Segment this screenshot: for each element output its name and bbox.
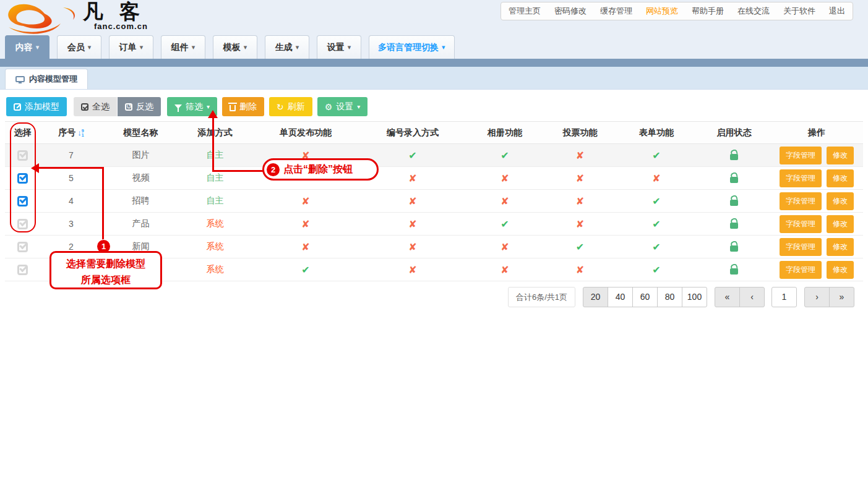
top-menu-cache-management[interactable]: 缓存管理 [600,6,632,17]
caret-down-icon: ▾ [88,43,92,51]
col-enable-status: 启用状态 [698,122,770,144]
unlock-icon[interactable] [730,154,738,160]
field-management-button[interactable]: 字段管理 [780,238,822,256]
invert-selection-button[interactable]: 反选 [118,97,161,116]
prev-page-button[interactable]: ‹ [739,287,765,307]
unlock-icon[interactable] [730,200,738,206]
page-size-80[interactable]: 80 [657,287,682,307]
nav-tab-language-switch[interactable]: 多语言管理切换▾ [369,35,455,59]
row-checkbox[interactable] [17,196,28,207]
cell-model-name: 产品 [102,213,179,236]
select-all-button[interactable]: 全选 [74,97,117,116]
modify-button[interactable]: 修改 [827,215,854,233]
number-entry-mark: ✘ [408,265,416,275]
add-model-button[interactable]: 添加模型 [6,97,67,116]
nav-tab-components[interactable]: 组件▾ [161,35,205,59]
form-mark: ✔ [652,265,660,275]
page-size-40[interactable]: 40 [608,287,633,307]
unlock-icon[interactable] [730,268,738,275]
nav-tab-content[interactable]: 内容▾ [5,35,49,59]
cell-seq: 5 [40,167,102,190]
top-menu-help-manual[interactable]: 帮助手册 [692,6,724,17]
nav-tab-label: 多语言管理切换 [378,42,439,53]
single-page-mark: ✘ [301,219,309,229]
cell-model-name: 招聘 [102,190,179,213]
nav-tab-generate[interactable]: 生成▾ [265,35,309,59]
nav-tab-label: 会员 [67,42,85,53]
page-size-100[interactable]: 100 [682,287,707,307]
monitor-icon [15,76,25,82]
nav-tab-templates[interactable]: 模板▾ [213,35,257,59]
button-label: 添加模型 [25,101,59,113]
page-size-60[interactable]: 60 [632,287,658,307]
filter-button[interactable]: 筛选 ▾ [167,97,217,116]
cell-add-method: 自主 [207,195,224,205]
settings-button[interactable]: ⚙ 设置 ▾ [317,97,368,116]
last-page-button[interactable]: » [829,287,854,307]
caret-down-icon: ▾ [207,103,210,110]
nav-active-strip [0,59,868,67]
row-checkbox[interactable] [17,265,28,275]
col-seq[interactable]: 序号↓91 [40,122,102,144]
gear-icon: ⚙ [325,103,333,111]
field-management-button[interactable]: 字段管理 [780,215,822,233]
cell-model-name: 图片 [102,144,179,167]
top-menu-about[interactable]: 关于软件 [783,6,815,17]
nav-tab-orders[interactable]: 订单▾ [109,35,153,59]
cell-add-method: 系统 [207,264,224,274]
top-menu-change-password[interactable]: 密码修改 [554,6,587,17]
nav-tab-label: 组件 [171,42,189,53]
row-checkbox[interactable] [17,150,28,161]
album-mark: ✘ [501,173,509,184]
unlock-icon[interactable] [730,177,738,183]
button-label: 全选 [92,101,110,113]
top-menu-logout[interactable]: 退出 [829,6,845,17]
nav-tab-members[interactable]: 会员▾ [57,35,101,59]
sort-numeric-desc-icon[interactable]: ↓91 [77,128,84,137]
modify-button[interactable]: 修改 [827,238,854,256]
unlock-icon[interactable] [730,245,738,252]
top-menu-site-preview[interactable]: 网站预览 [646,6,678,17]
row-checkbox[interactable] [17,219,28,229]
album-mark: ✘ [501,196,509,207]
modify-button[interactable]: 修改 [827,169,854,187]
number-entry-mark: ✔ [408,150,416,161]
page-size-20[interactable]: 20 [583,287,608,307]
delete-button[interactable]: 删除 [222,97,264,116]
col-select: 选择 [5,122,40,144]
pager-prev-group: « ‹ [715,287,765,307]
cell-seq: 7 [40,144,102,167]
form-mark: ✔ [652,219,660,229]
cell-add-method: 系统 [207,218,224,228]
row-checkbox[interactable] [17,173,28,184]
modify-button[interactable]: 修改 [827,261,854,279]
pagination-summary: 合计6条/共1页 [508,287,575,307]
modify-button[interactable]: 修改 [827,147,854,164]
field-management-button[interactable]: 字段管理 [780,147,822,164]
number-entry-mark: ✘ [408,196,416,207]
caret-down-icon: ▾ [140,43,144,51]
pagination: 合计6条/共1页 20 40 60 80 100 « ‹ 1 › » [0,281,868,307]
refresh-button[interactable]: ↻ 刷新 [269,97,312,116]
row-checkbox[interactable] [17,242,28,252]
page-number-button[interactable]: 1 [771,287,797,307]
album-mark: ✔ [501,150,509,161]
col-number-entry: 编号录入方式 [361,122,465,144]
field-management-button[interactable]: 字段管理 [780,169,822,187]
sub-tab-content-model-management[interactable]: 内容模型管理 [5,69,88,89]
cell-seq: 3 [40,213,102,236]
refresh-icon: ↻ [277,103,284,111]
form-mark: ✔ [652,242,660,252]
top-menu-admin-home[interactable]: 管理主页 [509,6,541,17]
table-row: 4 招聘 自主 ✘ ✘ ✘ ✘ ✔ 字段管理修改 [5,190,863,213]
field-management-button[interactable]: 字段管理 [780,192,822,210]
top-menu-online-chat[interactable]: 在线交流 [737,6,770,17]
table-row: 7 图片 自主 ✘ ✔ ✔ ✘ ✔ 字段管理修改 [5,144,863,167]
field-management-button[interactable]: 字段管理 [780,261,822,279]
unlock-icon[interactable] [730,223,738,229]
next-page-button[interactable]: › [804,287,830,307]
modify-button[interactable]: 修改 [827,192,854,210]
first-page-button[interactable]: « [715,287,740,307]
filter-icon [174,104,182,109]
nav-tab-settings[interactable]: 设置▾ [317,35,361,59]
